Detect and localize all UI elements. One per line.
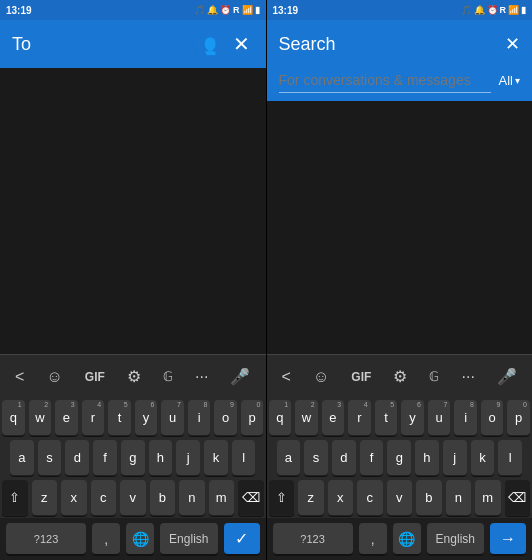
shift-key-right[interactable]: ⇧	[269, 480, 295, 516]
settings-icon-left[interactable]: ⚙	[121, 361, 147, 392]
key-a-right[interactable]: a	[277, 440, 301, 476]
key-o-left[interactable]: o9	[214, 400, 237, 436]
key-d-right[interactable]: d	[332, 440, 356, 476]
time-right: 13:19	[273, 5, 299, 16]
key-z-left[interactable]: z	[32, 480, 58, 516]
key-e-right[interactable]: e3	[322, 400, 345, 436]
key-p-right[interactable]: p0	[507, 400, 530, 436]
backspace-key-left[interactable]: ⌫	[238, 480, 264, 516]
key-w-left[interactable]: w2	[29, 400, 52, 436]
space-key-right[interactable]: English	[427, 523, 484, 555]
key-v-left[interactable]: v	[120, 480, 146, 516]
search-filter-button[interactable]: All ▾	[499, 73, 520, 88]
key-row-2-left: a s d f g h j k l	[0, 438, 266, 478]
numbers-key-right[interactable]: ?123	[273, 523, 353, 555]
key-g-left[interactable]: g	[121, 440, 145, 476]
translate-icon-left[interactable]: 𝔾	[157, 363, 179, 390]
key-b-right[interactable]: b	[416, 480, 442, 516]
key-w-right[interactable]: w2	[295, 400, 318, 436]
globe-key-left[interactable]: 🌐	[126, 523, 154, 555]
key-p-left[interactable]: p0	[241, 400, 264, 436]
back-icon-right[interactable]: <	[276, 362, 297, 392]
key-n-left[interactable]: n	[179, 480, 205, 516]
key-l-right[interactable]: l	[498, 440, 522, 476]
status-icons-left: 🎵 🔔 ⏰ R 📶 ▮	[194, 5, 260, 15]
back-icon-left[interactable]: <	[9, 362, 30, 392]
key-f-right[interactable]: f	[360, 440, 384, 476]
key-h-left[interactable]: h	[149, 440, 173, 476]
key-c-right[interactable]: c	[357, 480, 383, 516]
emoji-icon-left[interactable]: ☺	[40, 362, 68, 392]
send-key-left[interactable]: ✓	[224, 523, 260, 555]
backspace-key-right[interactable]: ⌫	[505, 480, 531, 516]
key-a-left[interactable]: a	[10, 440, 34, 476]
space-key-left[interactable]: English	[160, 523, 217, 555]
gif-button-left[interactable]: GIF	[79, 364, 111, 390]
more-icon-left[interactable]: ···	[189, 362, 214, 392]
key-c-left[interactable]: c	[91, 480, 117, 516]
gif-button-right[interactable]: GIF	[345, 364, 377, 390]
key-d-left[interactable]: d	[65, 440, 89, 476]
key-row-3-right: ⇧ z x c v b n m ⌫	[267, 478, 533, 518]
key-i-right[interactable]: i8	[454, 400, 477, 436]
comma-key-left[interactable]: ,	[92, 523, 120, 555]
comma-key-right[interactable]: ,	[359, 523, 387, 555]
key-e-left[interactable]: e3	[55, 400, 78, 436]
key-o-right[interactable]: o9	[481, 400, 504, 436]
key-row-3-left: ⇧ z x c v b n m ⌫	[0, 478, 266, 518]
key-y-left[interactable]: y6	[135, 400, 158, 436]
left-panel: 13:19 🎵 🔔 ⏰ R 📶 ▮ To 👥 ✕ < ☺ GIF ⚙ 𝔾 ···…	[0, 0, 266, 560]
key-s-left[interactable]: s	[38, 440, 62, 476]
search-input[interactable]	[279, 68, 491, 93]
key-z-right[interactable]: z	[298, 480, 324, 516]
key-n-right[interactable]: n	[446, 480, 472, 516]
key-q-left[interactable]: q1	[2, 400, 25, 436]
translate-icon-right[interactable]: 𝔾	[423, 363, 445, 390]
key-k-right[interactable]: k	[471, 440, 495, 476]
key-row-1-right: q1 w2 e3 r4 t5 y6 u7 i8 o9 p0	[267, 398, 533, 438]
key-r-right[interactable]: r4	[348, 400, 371, 436]
key-v-right[interactable]: v	[387, 480, 413, 516]
key-l-left[interactable]: l	[232, 440, 256, 476]
key-x-right[interactable]: x	[328, 480, 354, 516]
key-r-left[interactable]: r4	[82, 400, 105, 436]
key-x-left[interactable]: x	[61, 480, 87, 516]
add-contact-icon[interactable]: 👥	[188, 28, 221, 60]
key-m-left[interactable]: m	[209, 480, 235, 516]
key-u-right[interactable]: u7	[428, 400, 451, 436]
globe-key-right[interactable]: 🌐	[393, 523, 421, 555]
mic-icon-left[interactable]: 🎤	[224, 361, 256, 392]
key-y-right[interactable]: y6	[401, 400, 424, 436]
close-icon-right[interactable]: ✕	[505, 33, 520, 55]
more-icon-right[interactable]: ···	[456, 362, 481, 392]
key-s-right[interactable]: s	[304, 440, 328, 476]
keyboard-bottom-left: ?123 , 🌐 English ✓	[0, 518, 266, 560]
key-q-right[interactable]: q1	[269, 400, 292, 436]
battery-icon: ▮	[255, 5, 260, 15]
key-f-left[interactable]: f	[93, 440, 117, 476]
key-i-left[interactable]: i8	[188, 400, 211, 436]
search-content	[267, 101, 533, 354]
key-k-left[interactable]: k	[204, 440, 228, 476]
keyboard-left: q1 w2 e3 r4 t5 y6 u7 i8 o9 p0 a s d f g …	[0, 398, 266, 560]
settings-icon-right[interactable]: ⚙	[387, 361, 413, 392]
key-t-right[interactable]: t5	[375, 400, 398, 436]
close-icon-left[interactable]: ✕	[229, 28, 254, 60]
key-g-right[interactable]: g	[387, 440, 411, 476]
key-b-left[interactable]: b	[150, 480, 176, 516]
emoji-icon-right[interactable]: ☺	[307, 362, 335, 392]
keyboard-toolbar-right: < ☺ GIF ⚙ 𝔾 ··· 🎤	[267, 354, 533, 398]
key-j-right[interactable]: j	[443, 440, 467, 476]
mic-icon-right[interactable]: 🎤	[491, 361, 523, 392]
key-u-left[interactable]: u7	[161, 400, 184, 436]
send-key-right[interactable]: →	[490, 523, 526, 555]
key-h-right[interactable]: h	[415, 440, 439, 476]
notification-icon: 🔔	[207, 5, 218, 15]
key-t-left[interactable]: t5	[108, 400, 131, 436]
numbers-key-left[interactable]: ?123	[6, 523, 86, 555]
time-left: 13:19	[6, 5, 32, 16]
key-j-left[interactable]: j	[176, 440, 200, 476]
key-m-right[interactable]: m	[475, 480, 501, 516]
shift-key-left[interactable]: ⇧	[2, 480, 28, 516]
status-time-left: 13:19	[6, 5, 32, 16]
